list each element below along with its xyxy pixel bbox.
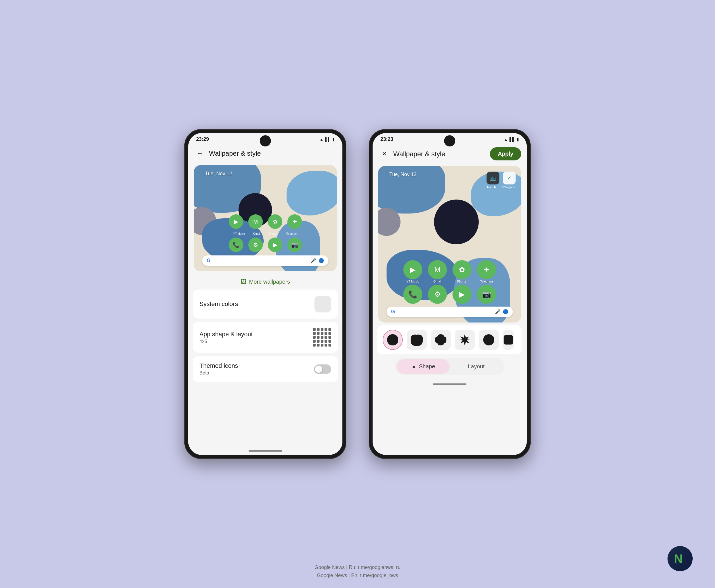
home-bar-left xyxy=(248,450,282,451)
mic-icon-r: 🎤 xyxy=(495,309,500,314)
app-icon-camera: 📷 xyxy=(287,237,302,252)
wifi-icon: ▲ xyxy=(320,137,323,142)
icon-camera-r: 📷 xyxy=(477,285,496,304)
icon-phone-r: 📞 xyxy=(403,285,422,304)
lens-icon-left: 🔵 xyxy=(318,258,324,263)
icon-row-1: ▶ M ✿ ✈ xyxy=(199,214,331,229)
shape-option-next[interactable] xyxy=(503,330,514,350)
wallpaper-bg-left: Tue, Nov 12 📺 ✓ Tuvo R... V2rayNS xyxy=(194,165,337,271)
app-icon-telegram: ✈ xyxy=(287,214,302,229)
battery-icon: ▮ xyxy=(332,137,334,142)
app-icon-gmail: M xyxy=(248,214,263,229)
bottom-indicator-left xyxy=(188,447,342,455)
app-shape-sub: 4x5 xyxy=(199,339,253,344)
blob-r-3 xyxy=(434,200,479,244)
shape-option-circle[interactable] xyxy=(479,330,499,350)
shape-selector xyxy=(377,325,522,354)
system-colors-text: System colors xyxy=(199,300,238,308)
camera-notch-right xyxy=(444,135,455,146)
mic-icon-left: 🎤 xyxy=(310,258,316,263)
shape-flower4 xyxy=(434,333,448,346)
shape-option-squircle[interactable] xyxy=(407,330,427,350)
icon-tv-r: 📺 xyxy=(486,172,499,185)
themed-icons-toggle[interactable] xyxy=(314,364,331,374)
app-shape-item[interactable]: App shape & layout 4x5 xyxy=(193,322,338,353)
footer: Google News | Ru: t.me/googlenws_ru Goog… xyxy=(0,563,715,580)
grid-icon xyxy=(313,328,331,346)
top-bar-left: ← Wallpaper & style xyxy=(188,145,342,162)
shape-tab-icon: ▲ xyxy=(411,363,417,370)
home-bar-right xyxy=(433,383,467,385)
svg-text:N: N xyxy=(674,552,683,566)
phone-left-screen: 23:29 ▲ ▌▌ ▮ ← Wallpaper & style xyxy=(188,133,342,455)
app-shape-text: App shape & layout 4x5 xyxy=(199,331,253,344)
n-logo: N xyxy=(668,546,693,571)
camera-notch xyxy=(260,135,271,146)
icon-gmail-r: M xyxy=(428,260,447,279)
search-bar-left[interactable]: G 🎤 🔵 xyxy=(202,255,328,266)
icon-labels-r: Tuvo R...V2rayNS xyxy=(486,186,516,189)
icon-row-1-labels: YT MusicGmailPhotosTelegram xyxy=(199,232,331,235)
search-bar-right[interactable]: G 🎤 🔵 xyxy=(387,307,513,317)
gmail-label: Gmail xyxy=(433,280,441,283)
footer-line1: Google News | Ru: t.me/googlenws_ru xyxy=(0,563,715,571)
icon-photos-r: ✿ xyxy=(452,260,472,279)
status-time-left: 23:29 xyxy=(196,136,209,142)
status-icons-left: ▲ ▌▌ ▮ xyxy=(320,137,334,142)
icon-play-r: ▶ xyxy=(452,285,472,304)
icon-telegram-r: ✈ xyxy=(477,260,496,279)
wallpaper-preview-left[interactable]: Tue, Nov 12 📺 ✓ Tuvo R... V2rayNS xyxy=(194,165,337,271)
google-g-r: G xyxy=(391,309,395,315)
app-icon-yt: ▶ xyxy=(229,214,243,229)
themed-icons-item[interactable]: Themed icons Beta xyxy=(193,356,338,382)
icon-yt-r: ▶ xyxy=(403,260,422,279)
app-icon-settings: ⚙ xyxy=(248,237,263,252)
close-button[interactable]: ✕ xyxy=(378,148,390,160)
large-icon-row-2: 📞 ⚙ ▶ 📷 xyxy=(384,285,516,304)
signal-icon-r: ▌▌ xyxy=(510,137,515,142)
telegram-label: Telegram xyxy=(480,280,493,283)
system-colors-title: System colors xyxy=(199,300,238,308)
lens-icon-r: 🔵 xyxy=(503,309,508,314)
date-overlay-right: Tue, Nov 12 xyxy=(389,172,416,177)
shape-squircle xyxy=(410,333,424,346)
app-shape-title: App shape & layout xyxy=(199,331,253,338)
phone-right-screen: 23:23 ▲ ▌▌ ▮ ✕ Wallpaper & style Apply xyxy=(373,133,527,455)
system-colors-item[interactable]: System colors xyxy=(193,290,338,319)
large-icon-row-1: ▶ YT Music M Gmail ✿ Photos xyxy=(384,260,516,283)
more-wallpapers-label: More wallpapers xyxy=(249,279,290,285)
shape-next xyxy=(503,333,514,346)
shape-option-current[interactable] xyxy=(383,330,403,350)
shape-tab-label: Shape xyxy=(419,363,435,370)
more-wallpapers-row[interactable]: 🖼 More wallpapers xyxy=(193,274,338,290)
signal-icon: ▌▌ xyxy=(325,137,331,142)
back-button[interactable]: ← xyxy=(194,147,206,160)
icon-settings-r: ⚙ xyxy=(428,285,447,304)
layout-tab-label: Layout xyxy=(468,363,484,370)
settings-list-left: 🖼 More wallpapers System colors App shap… xyxy=(188,274,342,447)
tab-layout[interactable]: Layout xyxy=(450,359,503,374)
status-time-right: 23:23 xyxy=(381,136,393,142)
color-preview-swatch xyxy=(315,296,331,312)
page-title-left: Wallpaper & style xyxy=(209,149,337,158)
phone-left: 23:29 ▲ ▌▌ ▮ ← Wallpaper & style xyxy=(184,129,346,459)
phone-right: 23:23 ▲ ▌▌ ▮ ✕ Wallpaper & style Apply xyxy=(369,129,531,459)
photos-label: Photos xyxy=(457,280,467,283)
page-title-right: Wallpaper & style xyxy=(393,150,490,158)
icons-area-right: ▶ YT Music M Gmail ✿ Photos xyxy=(384,260,516,317)
themed-icons-sub: Beta xyxy=(199,370,238,376)
shape-option-flower8[interactable] xyxy=(455,330,475,350)
more-wallpapers-icon: 🖼 xyxy=(241,279,246,285)
icon-row-2: 📞 ⚙ ▶ 📷 xyxy=(199,237,331,252)
themed-icons-text: Themed icons Beta xyxy=(199,362,238,376)
shape-option-flower4[interactable] xyxy=(431,330,451,350)
footer-line2: Google News | En: t.me/google_nws xyxy=(0,571,715,580)
shape-circle xyxy=(482,333,496,346)
small-icons-area-right: 📺 ✓ Tuvo R...V2rayNS xyxy=(486,172,516,189)
apply-button[interactable]: Apply xyxy=(490,147,521,161)
toggle-thumb xyxy=(315,365,322,373)
top-bar-right: ✕ Wallpaper & style Apply xyxy=(373,145,527,163)
battery-icon-r: ▮ xyxy=(517,137,519,142)
tab-shape[interactable]: ▲ Shape xyxy=(397,359,450,374)
wallpaper-preview-right[interactable]: Tue, Nov 12 📺 ✓ Tuvo R...V2rayNS xyxy=(378,166,521,322)
